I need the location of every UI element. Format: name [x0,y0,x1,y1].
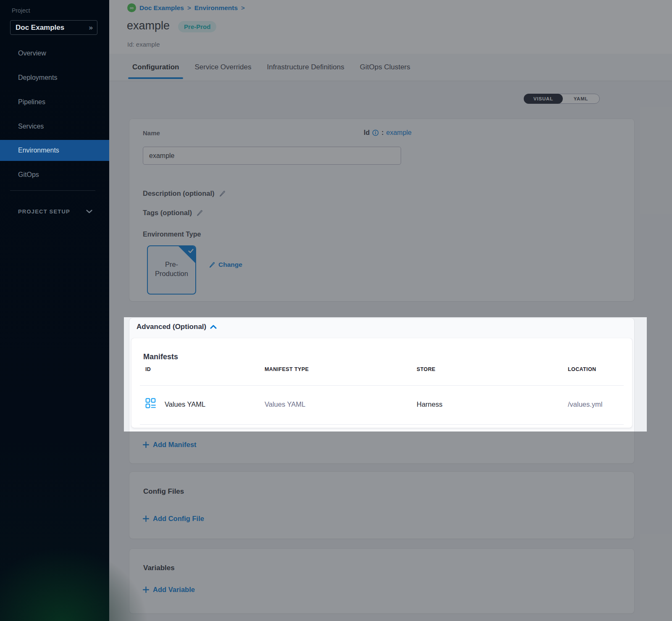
page-title: example [127,19,170,32]
manifests-title: Manifests [143,353,178,361]
chevron-up-icon [210,325,217,329]
manifest-id-cell: Values YAML [165,400,205,408]
edit-pencil-icon[interactable] [219,190,226,197]
chevron-down-icon [86,210,92,213]
sidebar-item-services[interactable]: Services [0,116,109,137]
toggle-yaml[interactable]: YAML [562,94,599,103]
name-row: Name Id : example [143,129,412,137]
edit-pencil-icon [209,261,215,268]
environment-type-label: Environment Type [143,231,201,238]
config-files-title: Config Files [143,487,184,496]
title-row: example Pre-Prod [127,19,216,32]
column-header-manifest-type: MANIFEST TYPE [265,366,309,372]
column-header-location: LOCATION [568,366,596,372]
check-icon [188,249,194,253]
sidebar-decoration-wave [0,537,160,621]
sidebar-expand-icon[interactable]: » [89,24,92,32]
tab-infrastructure-definitions[interactable]: Infrastructure Definitions [263,54,349,81]
manifests-panel: Manifests ID MANIFEST TYPE STORE LOCATIO… [131,338,632,428]
entity-id: Id: example [127,41,160,48]
config-files-card: Config Files Add Config File [129,472,634,539]
manifest-type-cell: Values YAML [265,400,305,408]
tab-bar: Configuration Service Overrides Infrastr… [109,54,672,81]
breadcrumb-separator-icon: > [187,4,191,11]
tab-configuration[interactable]: Configuration [128,54,183,81]
env-type-badge: Pre-Prod [178,21,216,32]
sidebar-item-deployments[interactable]: Deployments [0,67,109,88]
project-logo-icon: ∞ [127,3,136,12]
sidebar-project-setup[interactable]: PROJECT SETUP [0,205,109,218]
breadcrumb-separator-icon: > [241,4,245,11]
manifest-store-cell: Harness [417,400,442,408]
main-content: ∞ Doc Examples > Environments > example … [109,0,672,621]
environment-form-card: Name Id : example Description (optional)… [129,119,634,301]
plus-icon [143,442,149,448]
project-label: Project [12,7,30,14]
values-yaml-manifest-icon [145,398,156,410]
visual-yaml-toggle[interactable]: VISUAL YAML [524,94,600,104]
sidebar-item-environments[interactable]: Environments [0,140,109,161]
sidebar-divider [10,190,95,191]
sidebar: Project Doc Examples » Overview Deployme… [0,0,109,621]
manifest-table-row[interactable]: Values YAML Values YAML Harness /values.… [131,385,632,424]
id-colon: : [381,129,383,137]
project-selector[interactable]: Doc Examples » [10,20,97,35]
change-env-type-button[interactable]: Change [209,261,242,268]
edit-pencil-icon[interactable] [196,209,203,216]
name-label: Name [143,129,160,137]
page-header: ∞ Doc Examples > Environments > example … [109,0,672,54]
sidebar-item-overview[interactable]: Overview [0,43,109,64]
advanced-section-toggle[interactable]: Advanced (Optional) [136,323,217,331]
column-header-id: ID [145,366,151,372]
column-header-store: STORE [417,366,436,372]
id-part: Id : example [364,129,412,137]
project-name: Doc Examples [16,24,64,32]
tab-gitops-clusters[interactable]: GitOps Clusters [356,54,415,81]
name-input[interactable] [143,147,401,165]
sidebar-item-pipelines[interactable]: Pipelines [0,92,109,113]
environment-type-card[interactable]: Pre-Production [147,245,196,295]
id-prefix: Id [364,129,370,137]
breadcrumb-link-project[interactable]: Doc Examples [139,4,184,12]
advanced-section-card: Advanced (Optional) Manifests ID MANIFES… [129,318,634,463]
table-divider [140,424,624,425]
breadcrumb-link-environments[interactable]: Environments [194,4,238,12]
tab-service-overrides[interactable]: Service Overrides [190,54,255,81]
id-value-link[interactable]: example [386,129,412,137]
description-toggle[interactable]: Description (optional) [143,189,226,197]
plus-icon [143,516,149,522]
info-icon[interactable] [372,129,379,136]
toggle-visual[interactable]: VISUAL [524,94,563,104]
tags-toggle[interactable]: Tags (optional) [143,209,203,217]
add-config-file-button[interactable]: Add Config File [143,515,204,523]
manifest-location-cell: /values.yml [568,400,603,408]
sidebar-item-gitops[interactable]: GitOps [0,164,109,185]
variables-card: Variables Add Variable [129,549,634,613]
breadcrumb: ∞ Doc Examples > Environments > [127,3,245,12]
add-manifest-button[interactable]: Add Manifest [143,441,197,449]
harness-environment-page: Project Doc Examples » Overview Deployme… [0,0,672,621]
